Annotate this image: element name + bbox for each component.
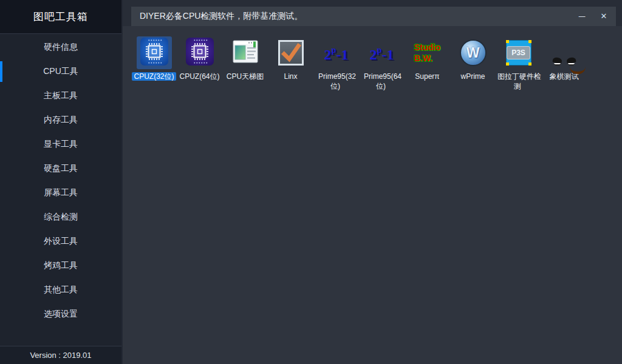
tool-item-9[interactable]: 象棋测试 <box>541 36 587 91</box>
sidebar-item-label: 综合检测 <box>44 212 78 223</box>
tool-item-6[interactable]: StudioB.W. Superπ <box>405 36 450 91</box>
window-chart-icon <box>231 38 259 68</box>
sidebar-item-label: 内存工具 <box>44 115 78 126</box>
sidebar-menu: 硬件信息 CPU工具 主板工具 内存工具 显卡工具 硬盘工具 屏幕工具 综合检测… <box>0 34 121 346</box>
sidebar-item-0[interactable]: 硬件信息 <box>0 35 121 59</box>
tool-label: CPUZ(64位) <box>177 72 221 81</box>
sidebar-item-3[interactable]: 内存工具 <box>0 108 121 132</box>
tool-label: wPrime <box>459 72 487 81</box>
sidebar-item-label: 屏幕工具 <box>44 187 78 198</box>
cpu-chip-purple-icon <box>186 38 214 68</box>
top-band: DIYER必备CPU检测软件，附带基准测试。 ─ ✕ <box>123 0 622 26</box>
sidebar-item-label: 外设工具 <box>44 236 78 247</box>
orange-checkmark-box-icon <box>278 40 304 66</box>
header-bar: DIYER必备CPU检测软件，附带基准测试。 ─ ✕ <box>131 7 616 26</box>
tool-label: Superπ <box>413 72 441 81</box>
tool-label: 图拉丁硬件检 测 <box>496 72 541 90</box>
sidebar-item-label: 烤鸡工具 <box>44 260 78 271</box>
sidebar-item-7[interactable]: 综合检测 <box>0 205 121 229</box>
sidebar-item-label: 显卡工具 <box>44 139 78 150</box>
sidebar-item-2[interactable]: 主板工具 <box>0 84 121 108</box>
mersenne-2p1-icon: 2p-1 <box>324 44 349 62</box>
sidebar-item-label: 选项设置 <box>44 309 78 320</box>
tool-item-1[interactable]: CPUZ(64位) <box>177 36 222 91</box>
minimize-button[interactable]: ─ <box>573 7 590 25</box>
tool-item-0[interactable]: CPUZ(32位) <box>131 36 177 91</box>
app-title: 图吧工具箱 <box>0 0 121 34</box>
sidebar-item-label: 其他工具 <box>44 285 78 295</box>
sidebar-item-6[interactable]: 屏幕工具 <box>0 181 121 205</box>
window-controls: ─ ✕ <box>573 7 616 25</box>
app-window: 图吧工具箱 硬件信息 CPU工具 主板工具 内存工具 显卡工具 硬盘工具 屏幕工… <box>0 0 622 364</box>
tool-label: Linx <box>282 72 299 81</box>
p3s-selection-icon: P3S <box>506 40 531 66</box>
sidebar-item-label: 主板工具 <box>44 90 78 101</box>
wprime-sphere-icon: W <box>460 39 487 66</box>
sidebar-item-11[interactable]: 选项设置 <box>0 302 121 326</box>
tool-item-4[interactable]: 2p-1 Prime95(32 位) <box>313 36 359 91</box>
studio-bw-text-icon: StudioB.W. <box>414 42 441 64</box>
sidebar-item-5[interactable]: 硬盘工具 <box>0 157 121 181</box>
sidebar-item-label: 硬盘工具 <box>44 163 78 174</box>
tool-grid: CPUZ(32位) CPUZ(64位) CPU天梯图 L <box>123 26 622 364</box>
sidebar-item-9[interactable]: 烤鸡工具 <box>0 254 121 278</box>
sidebar-item-1[interactable]: CPU工具 <box>0 59 121 84</box>
sidebar-item-label: 硬件信息 <box>44 42 78 53</box>
tool-item-3[interactable]: Linx <box>268 36 313 91</box>
sidebar-item-8[interactable]: 外设工具 <box>0 229 121 254</box>
tool-label: Prime95(64 位) <box>362 72 402 90</box>
mersenne-2p1-icon: 2p-1 <box>370 44 394 62</box>
tool-label: CPUZ(32位) <box>132 72 176 81</box>
tool-item-7[interactable]: W wPrime <box>450 36 496 91</box>
sidebar-item-4[interactable]: 显卡工具 <box>0 132 121 157</box>
tool-label: Prime95(32 位) <box>316 72 356 90</box>
tool-label: CPU天梯图 <box>225 72 265 81</box>
sidebar-item-label: CPU工具 <box>43 66 78 77</box>
cpu-chip-blue-icon <box>140 38 168 68</box>
close-button[interactable]: ✕ <box>595 7 612 25</box>
sidebar: 图吧工具箱 硬件信息 CPU工具 主板工具 内存工具 显卡工具 硬盘工具 屏幕工… <box>0 0 121 364</box>
active-indicator <box>0 61 2 82</box>
main-area: DIYER必备CPU检测软件，附带基准测试。 ─ ✕ CPUZ(32位) <box>121 0 622 364</box>
tool-item-5[interactable]: 2p-1 Prime95(64 位) <box>359 36 405 91</box>
category-description: DIYER必备CPU检测软件，附带基准测试。 <box>140 11 573 22</box>
tool-item-2[interactable]: CPU天梯图 <box>222 36 268 91</box>
sidebar-item-10[interactable]: 其他工具 <box>0 278 121 302</box>
tool-item-8[interactable]: P3S 图拉丁硬件检 测 <box>496 36 541 91</box>
version-label: Version : 2019.01 <box>0 346 121 364</box>
